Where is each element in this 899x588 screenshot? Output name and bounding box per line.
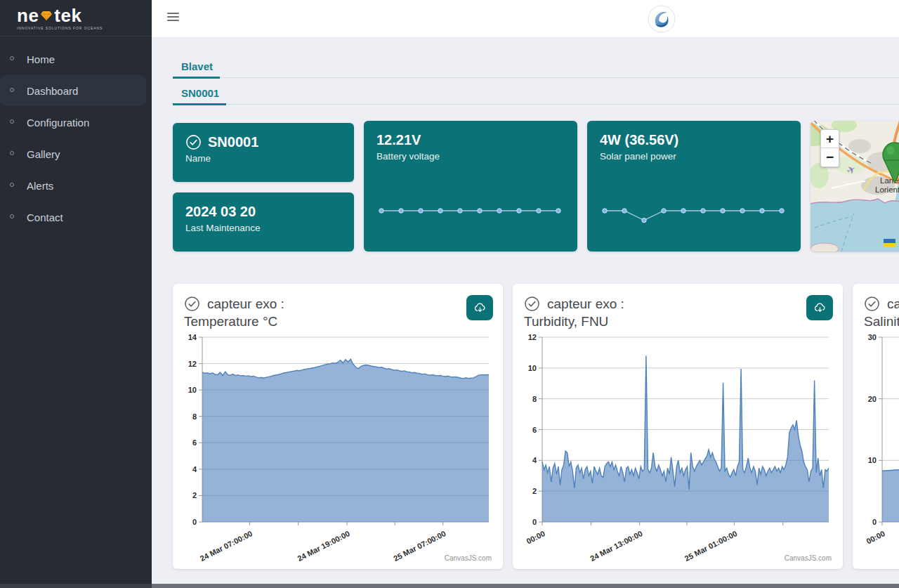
- chart-title: capteur exo :: [887, 295, 899, 313]
- svg-text:30: 30: [868, 333, 877, 341]
- circle-bullet-icon: [10, 214, 14, 218]
- circle-bullet-icon: [10, 151, 14, 155]
- diamond-icon: [41, 11, 52, 21]
- sidebar-item-contact[interactable]: Contact: [0, 202, 146, 233]
- station-name-value: SN0001: [208, 133, 258, 150]
- temperature-chart-card: capteur exo : Temperature °C 02468101214…: [173, 284, 503, 569]
- cloud-download-icon: [813, 301, 827, 315]
- svg-text:25 Mar 07:00:00: 25 Mar 07:00:00: [392, 529, 447, 562]
- sidebar-item-label: Gallery: [27, 148, 60, 160]
- tab-sn0001[interactable]: SN0001: [173, 84, 226, 105]
- download-button[interactable]: [806, 295, 833, 320]
- chart-title: capteur exo :: [207, 295, 284, 313]
- logo-text-left: ne: [17, 6, 39, 25]
- sidebar: ne tek INNOVATIVE SOLUTIONS FOR OCEANS H…: [0, 0, 152, 588]
- check-circle-icon: [864, 296, 880, 312]
- svg-text:0: 0: [872, 518, 877, 526]
- battery-value: 12.21V: [376, 131, 565, 148]
- canvasjs-watermark: CanvasJS.com: [785, 554, 832, 562]
- svg-text:14: 14: [188, 333, 197, 341]
- salinity-chart-card: capteur exo : Salinity 010203000:00 Canv…: [853, 284, 899, 569]
- svg-text:10: 10: [528, 364, 537, 372]
- circle-bullet-icon: [10, 119, 14, 124]
- solar-label: Solar panel power: [600, 151, 788, 162]
- solar-card: 4W (36.56V) Solar panel power: [587, 121, 801, 251]
- svg-text:10: 10: [868, 456, 877, 464]
- zoom-out-button[interactable]: −: [821, 148, 839, 166]
- check-circle-icon: [184, 296, 200, 312]
- svg-text:4: 4: [532, 456, 537, 464]
- sidebar-item-gallery[interactable]: Gallery: [0, 138, 146, 169]
- sidebar-nav: Home Dashboard Configuration Gallery Ale…: [0, 37, 152, 233]
- svg-text:24 Mar 07:00:00: 24 Mar 07:00:00: [199, 529, 254, 562]
- cloud-download-icon: [473, 301, 487, 315]
- horizontal-scrollbar[interactable]: [0, 584, 899, 588]
- zoom-in-button[interactable]: +: [821, 130, 839, 148]
- sidebar-item-label: Alerts: [27, 180, 53, 192]
- chart-title: capteur exo :: [547, 295, 624, 313]
- svg-text:25 Mar 01:00:00: 25 Mar 01:00:00: [683, 529, 738, 562]
- name-card: SN0001 Name: [173, 123, 354, 182]
- tab-blavet[interactable]: Blavet: [173, 58, 220, 79]
- svg-text:0: 0: [532, 518, 537, 526]
- sidebar-item-dashboard[interactable]: Dashboard: [0, 75, 146, 106]
- chart-header: capteur exo : Salinity: [853, 284, 899, 331]
- temperature-area-chart: 0246810121424 Mar 07:00:0024 Mar 19:00:0…: [183, 330, 493, 562]
- chart-subtitle: Salinity: [864, 313, 899, 331]
- sidebar-item-label: Dashboard: [27, 85, 78, 97]
- check-circle-icon: [185, 134, 202, 150]
- chart-subtitle: Temperature °C: [184, 313, 461, 331]
- battery-label: Battery voltage: [376, 151, 565, 162]
- hamburger-menu-icon[interactable]: [167, 13, 179, 23]
- chart-header: capteur exo : Temperature °C: [173, 284, 503, 331]
- map-zoom-control: + −: [820, 129, 839, 167]
- maintenance-value: 2024 03 20: [185, 203, 341, 220]
- sidebar-item-label: Configuration: [27, 117, 89, 129]
- sidebar-item-alerts[interactable]: Alerts: [0, 170, 146, 201]
- topbar: [152, 0, 899, 38]
- solar-sparkline: [598, 188, 789, 233]
- svg-text:0: 0: [192, 518, 197, 526]
- battery-card: 12.21V Battery voltage: [364, 121, 577, 251]
- battery-sparkline: [374, 188, 565, 233]
- ukraine-flag-icon: [884, 239, 895, 247]
- svg-text:8: 8: [192, 412, 197, 421]
- sidebar-item-label: Home: [27, 53, 55, 65]
- svg-text:12: 12: [528, 333, 537, 341]
- logo-text-right: tek: [54, 6, 81, 25]
- svg-text:10: 10: [188, 386, 197, 394]
- company-swirl-logo: [648, 5, 676, 33]
- turbidity-area-chart: 02468101200:0024 Mar 13:00:0025 Mar 01:0…: [523, 330, 833, 562]
- neotek-logo: ne tek INNOVATIVE SOLUTIONS FOR OCEANS: [0, 0, 152, 37]
- svg-text:4: 4: [192, 465, 197, 473]
- download-button[interactable]: [466, 295, 493, 320]
- svg-text:6: 6: [532, 426, 537, 434]
- station-map[interactable]: ✈ Lanester Lorient + −: [811, 121, 899, 251]
- svg-text:20: 20: [868, 395, 877, 403]
- svg-text:2: 2: [532, 487, 537, 495]
- svg-text:6: 6: [192, 438, 197, 447]
- turbidity-chart-card: capteur exo : Turbidity, FNU 02468101200…: [513, 284, 843, 569]
- logo-tagline: INNOVATIVE SOLUTIONS FOR OCEANS: [17, 26, 152, 30]
- maintenance-card: 2024 03 20 Last Maintenance: [173, 192, 354, 251]
- salinity-area-chart: 010203000:00: [862, 330, 899, 562]
- svg-text:24 Mar 19:00:00: 24 Mar 19:00:00: [296, 529, 350, 562]
- chart-header: capteur exo : Turbidity, FNU: [513, 284, 843, 331]
- chart-subtitle: Turbidity, FNU: [524, 313, 801, 331]
- circle-bullet-icon: [10, 88, 14, 92]
- station-name-label: Name: [185, 153, 341, 164]
- svg-text:12: 12: [188, 360, 197, 368]
- maintenance-label: Last Maintenance: [185, 223, 341, 233]
- sidebar-item-home[interactable]: Home: [0, 44, 146, 74]
- sidebar-item-configuration[interactable]: Configuration: [0, 107, 146, 138]
- circle-bullet-icon: [10, 183, 14, 187]
- dashboard-page: ne tek INNOVATIVE SOLUTIONS FOR OCEANS H…: [0, 0, 899, 588]
- solar-value: 4W (36.56V): [600, 131, 788, 148]
- circle-bullet-icon: [10, 56, 14, 60]
- station-tabbar: SN0001: [173, 84, 899, 105]
- site-tabbar: Blavet: [173, 58, 899, 78]
- svg-text:00:00: 00:00: [865, 529, 886, 545]
- svg-text:00:00: 00:00: [525, 529, 546, 545]
- canvasjs-watermark: CanvasJS.com: [445, 554, 492, 562]
- check-circle-icon: [524, 296, 540, 312]
